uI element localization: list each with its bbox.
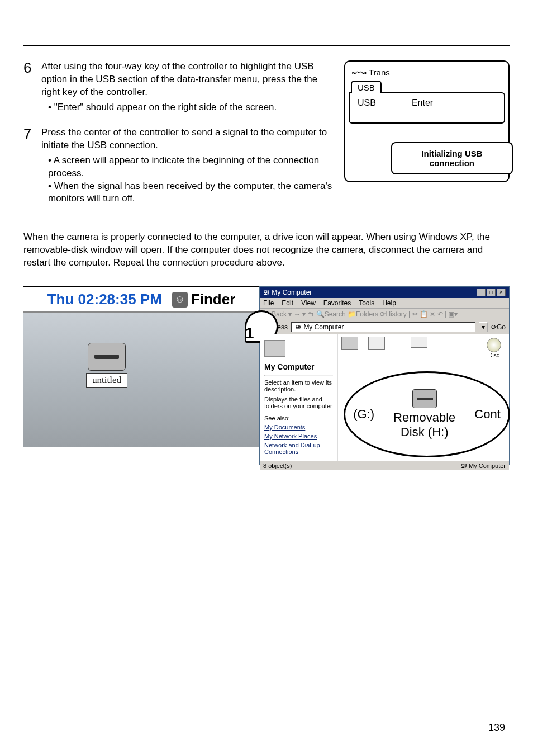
see-also-label: See also: <box>264 415 333 422</box>
removable-disk-icon <box>412 389 437 408</box>
status-bar: 8 object(s) 🖳 My Computer <box>260 461 509 470</box>
left-pane: My Computer Select an item to view its d… <box>260 334 338 461</box>
drive-h-label1: Removable <box>393 410 455 425</box>
menu-help: Help <box>382 299 396 307</box>
drive-h: Removable Disk (H:) <box>393 389 455 440</box>
menu-view: View <box>301 299 316 307</box>
trans-icon: ↜↝ <box>352 67 367 77</box>
menu-edit: Edit <box>282 299 293 307</box>
step-bullet: When the signal has been received by the… <box>48 180 333 206</box>
trans-label: Trans <box>369 68 390 77</box>
drive-g-label: (G:) <box>353 407 374 422</box>
menu-row-value: Enter <box>412 98 433 118</box>
tab-body: USB Enter <box>349 92 505 124</box>
menu-tools: Tools <box>359 299 374 307</box>
minimize-icon: _ <box>477 289 486 296</box>
drive-small-icon <box>341 337 358 350</box>
finder-label: ☺ Finder <box>172 291 235 308</box>
go-label: ⟳Go <box>491 323 506 331</box>
menu-row-label: USB <box>358 98 376 118</box>
left-desc2: Displays the files and folders on your c… <box>264 396 333 409</box>
drive-h-label2: Disk (H:) <box>393 425 455 440</box>
toolbar: ← Back ▾ → ▾ 🗀 🔍Search 📁Folders ⟳History… <box>260 309 509 320</box>
steps-column: 6 After using the four-way key of the co… <box>23 60 333 218</box>
left-desc1: Select an item to view its description. <box>264 379 333 393</box>
step-body: Press the center of the controller to se… <box>41 126 333 206</box>
drive-icon-untitled: untitled <box>86 343 127 388</box>
cont-label: Cont <box>474 407 500 422</box>
disc-icon: Disc <box>487 338 501 358</box>
close-icon: × <box>497 289 506 296</box>
step-7: 7 Press the center of the controller to … <box>23 126 333 206</box>
mac-screenshot: Thu 02:28:35 PM ☺ Finder untitled 1 <box>23 286 259 465</box>
page-number: 139 <box>488 722 505 734</box>
link-my-documents: My Documents <box>264 424 333 431</box>
status-left: 8 object(s) <box>263 462 292 469</box>
init-overlay: Initializing USB connection <box>391 142 513 174</box>
window-controls: _ □ × <box>477 289 506 296</box>
finder-icon: ☺ <box>172 292 188 308</box>
address-bar: Address 🖳 My Computer ▾ ⟳Go <box>260 320 509 334</box>
go-text: Go <box>497 323 506 331</box>
link-my-network-places: My Network Places <box>264 433 333 440</box>
maximize-icon: □ <box>487 289 496 296</box>
step-text: After using the four-way key of the cont… <box>41 61 317 97</box>
lcd-header: ↜↝ Trans <box>345 67 508 79</box>
disc-label: Disc <box>488 352 499 358</box>
drive-small-icon <box>411 337 427 348</box>
camera-lcd: ↜↝ Trans USB USB Enter Initializing USB … <box>344 60 510 182</box>
left-heading: My Computer <box>264 362 333 371</box>
status-right: 🖳 My Computer <box>461 462 506 469</box>
menu-bar: File Edit View Favorites Tools Help <box>260 298 509 309</box>
step-number: 6 <box>23 60 36 114</box>
window-title-label: My Computer <box>272 289 312 296</box>
mac-menubar: Thu 02:28:35 PM ☺ Finder <box>23 287 259 313</box>
link-network-dialup: Network and Dial-up Connections <box>264 442 333 455</box>
drive-label: untitled <box>86 373 127 388</box>
figure-area: Thu 02:28:35 PM ☺ Finder untitled 1 🖳 My… <box>23 286 510 465</box>
content-row: 6 After using the four-way key of the co… <box>23 60 510 218</box>
drive-small-icon <box>368 337 385 350</box>
usb-tab: USB <box>351 81 382 93</box>
drive-g: (G:) <box>353 407 374 422</box>
window-title-text: 🖳 My Computer <box>263 289 312 296</box>
top-rule <box>23 45 510 46</box>
step-body: After using the four-way key of the cont… <box>41 60 333 114</box>
main-paragraph: When the camera is properly connected to… <box>23 231 510 270</box>
mac-desktop: untitled 1 <box>23 313 259 447</box>
zoom-circle-2: (G:) Removable Disk (H:) Cont <box>344 371 510 457</box>
finder-text: Finder <box>191 291 235 308</box>
zoom-num: 1 <box>245 324 254 342</box>
tab-row: USB <box>345 79 508 92</box>
mac-clock: Thu 02:28:35 PM <box>47 291 162 308</box>
go-button: ▾ <box>479 322 488 332</box>
drive-cont: Cont <box>474 407 500 422</box>
drive-graphic <box>88 343 126 371</box>
step-6: 6 After using the four-way key of the co… <box>23 60 333 114</box>
window-titlebar: 🖳 My Computer _ □ × <box>260 287 509 298</box>
step-bullet: A screen will appear to indicate the beg… <box>48 154 333 180</box>
address-field: 🖳 My Computer <box>291 322 475 332</box>
menu-file: File <box>263 299 274 307</box>
windows-screenshot: 🖳 My Computer _ □ × File Edit View Favor… <box>259 286 510 465</box>
step-number: 7 <box>23 126 36 206</box>
status-right-text: My Computer <box>469 462 506 469</box>
menu-favorites: Favorites <box>323 299 351 307</box>
window-body: My Computer Select an item to view its d… <box>260 334 509 461</box>
step-text: Press the center of the controller to se… <box>41 127 327 150</box>
step-bullet: "Enter" should appear on the right side … <box>48 101 333 114</box>
address-value: My Computer <box>303 323 344 331</box>
overlay-line1: Initializing USB <box>397 149 507 158</box>
overlay-line2: connection <box>397 158 507 168</box>
